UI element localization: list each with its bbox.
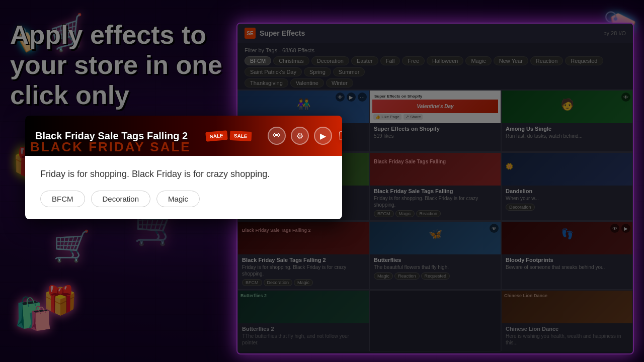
popup-tag-row: BFCM Decoration Magic bbox=[40, 191, 327, 207]
popup-title: Black Friday Sale Tags Falling 2 bbox=[35, 130, 188, 141]
popup-overlay: BLACK FRIDAY SALE SALE SALE Black Friday… bbox=[0, 0, 644, 362]
popup-header: BLACK FRIDAY SALE SALE SALE Black Friday… bbox=[25, 116, 342, 156]
popup-view-btn[interactable]: 👁 bbox=[268, 127, 286, 145]
popup-description: Friday is for shopping. Black Friday is … bbox=[40, 168, 327, 180]
popup-tag-magic[interactable]: Magic bbox=[156, 191, 200, 207]
popup-play-icon: ▶ bbox=[320, 131, 326, 141]
popup-settings-icon: ⚙ bbox=[296, 131, 303, 141]
popup-controls: 👁 ⚙ ▶ ☞ bbox=[268, 127, 332, 145]
popup-tag-decoration[interactable]: Decoration bbox=[91, 191, 151, 207]
popup-title-wrapper: Black Friday Sale Tags Falling 2 bbox=[35, 130, 188, 142]
popup-body: Friday is for shopping. Black Friday is … bbox=[25, 156, 342, 219]
popup-settings-btn[interactable]: ⚙ bbox=[291, 127, 309, 145]
sale-tag-2: SALE bbox=[230, 130, 252, 141]
sale-tags-visual: SALE SALE bbox=[206, 116, 252, 156]
popup-view-icon: 👁 bbox=[273, 131, 281, 140]
popup-card: BLACK FRIDAY SALE SALE SALE Black Friday… bbox=[25, 116, 342, 219]
popup-play-btn[interactable]: ▶ ☞ bbox=[314, 127, 332, 145]
sale-tag-1: SALE bbox=[205, 130, 227, 142]
popup-tag-bfcm[interactable]: BFCM bbox=[40, 191, 85, 207]
